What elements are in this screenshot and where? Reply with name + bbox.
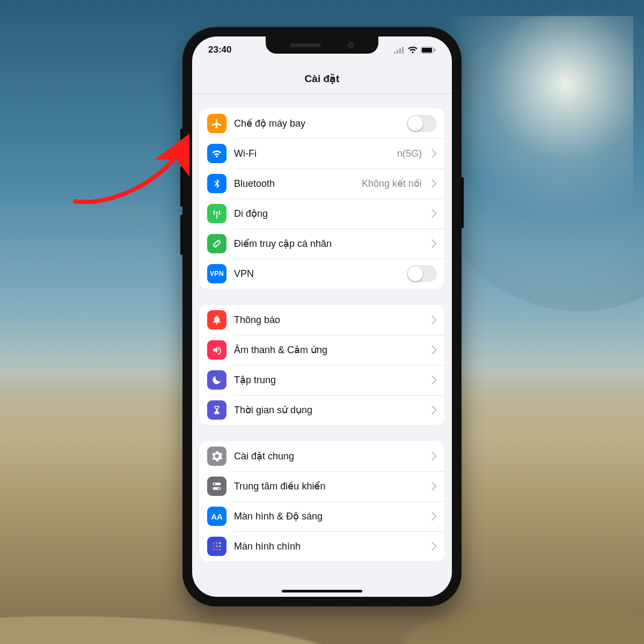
power-button[interactable] xyxy=(461,177,464,228)
row-label: Thời gian sử dụng xyxy=(234,404,424,416)
airplane-icon xyxy=(207,114,226,133)
chevron-right-icon xyxy=(431,239,437,248)
notch xyxy=(266,36,378,54)
settings-list[interactable]: Chế độ máy bayWi-Fin(5G)BluetoothKhông k… xyxy=(192,94,452,577)
settings-row-sounds[interactable]: Âm thanh & Cảm ứng xyxy=(200,335,444,365)
settings-row-control[interactable]: Trung tâm điều khiển xyxy=(200,471,444,501)
gear-icon xyxy=(207,447,226,466)
airplane-toggle[interactable] xyxy=(407,115,437,132)
chevron-right-icon xyxy=(431,346,437,354)
volume-down-button[interactable] xyxy=(180,215,183,255)
svg-rect-0 xyxy=(394,52,396,54)
vpn-icon: VPN xyxy=(207,264,226,283)
battery-status-icon xyxy=(421,47,436,54)
svg-rect-11 xyxy=(213,543,215,544)
row-label: Điểm truy cập cá nhân xyxy=(234,238,424,250)
chevron-right-icon xyxy=(431,149,437,158)
settings-row-screentime[interactable]: Thời gian sử dụng xyxy=(200,395,444,425)
settings-row-cellular[interactable]: Di động xyxy=(200,199,444,229)
hourglass-icon xyxy=(207,400,226,420)
bluetooth-icon xyxy=(207,174,226,193)
settings-row-focus[interactable]: Tập trung xyxy=(200,365,444,395)
row-detail: Không kết nối xyxy=(362,178,422,189)
status-time: 23:40 xyxy=(208,45,231,55)
bell-icon xyxy=(207,310,226,330)
svg-rect-13 xyxy=(219,543,221,544)
svg-rect-18 xyxy=(216,548,217,550)
row-label: Âm thanh & Cảm ứng xyxy=(234,344,424,356)
svg-point-10 xyxy=(218,488,220,489)
svg-point-8 xyxy=(214,483,215,485)
row-label: Màn hình & Độ sáng xyxy=(234,510,424,522)
chevron-right-icon xyxy=(431,376,437,384)
home-indicator[interactable] xyxy=(282,590,362,592)
svg-rect-3 xyxy=(402,47,404,54)
row-label: Trung tâm điều khiển xyxy=(234,480,424,492)
grid-icon xyxy=(207,537,226,556)
settings-group: Chế độ máy bayWi-Fin(5G)BluetoothKhông k… xyxy=(200,108,444,289)
status-right xyxy=(394,47,436,54)
row-label: Màn hình chính xyxy=(234,541,424,552)
chevron-right-icon xyxy=(431,406,437,414)
chevron-right-icon xyxy=(431,512,437,521)
row-label: Bluetooth xyxy=(234,178,354,189)
silence-switch[interactable] xyxy=(180,129,183,150)
row-label: Cài đặt chung xyxy=(234,450,424,462)
svg-rect-14 xyxy=(213,545,215,547)
row-label: VPN xyxy=(234,268,399,280)
settings-group: Cài đặt chungTrung tâm điều khiểnAAMàn h… xyxy=(200,441,444,561)
volume-up-button[interactable] xyxy=(180,166,183,207)
front-camera xyxy=(348,42,354,48)
row-label: Chế độ máy bay xyxy=(234,118,399,129)
row-label: Thông báo xyxy=(234,314,424,326)
svg-rect-15 xyxy=(216,545,217,547)
row-label: Tập trung xyxy=(234,374,424,386)
chevron-right-icon xyxy=(431,316,437,324)
aa-icon: AA xyxy=(207,507,226,526)
nav-title-bar: Cài đặt xyxy=(192,63,452,94)
vpn-toggle[interactable] xyxy=(407,265,437,282)
switches-icon xyxy=(207,477,226,496)
wallpaper-scene: 23:40 Cài đặt Chế độ máy bayWi-Fin(5G)Bl… xyxy=(0,0,644,644)
speaker xyxy=(290,43,321,47)
chevron-right-icon xyxy=(431,542,437,551)
antenna-icon xyxy=(207,204,226,223)
page-title: Cài đặt xyxy=(305,72,340,85)
planet-silhouette xyxy=(429,11,644,311)
chevron-right-icon xyxy=(431,452,437,460)
chevron-right-icon xyxy=(431,482,437,491)
svg-rect-17 xyxy=(213,548,215,550)
svg-rect-16 xyxy=(219,545,221,547)
svg-rect-1 xyxy=(397,50,398,54)
settings-row-airplane[interactable]: Chế độ máy bay xyxy=(200,108,444,138)
speaker-icon xyxy=(207,340,226,360)
settings-row-vpn[interactable]: VPNVPN xyxy=(200,259,444,289)
settings-row-bluetooth[interactable]: BluetoothKhông kết nối xyxy=(200,169,444,199)
link-icon xyxy=(207,234,226,253)
cellular-signal-icon xyxy=(394,47,405,54)
wifi-status-icon xyxy=(408,47,418,54)
settings-row-hotspot[interactable]: Điểm truy cập cá nhân xyxy=(200,229,444,259)
row-label: Di động xyxy=(234,208,424,219)
settings-row-home[interactable]: Màn hình chính xyxy=(200,531,444,561)
svg-rect-5 xyxy=(422,48,432,53)
svg-rect-6 xyxy=(434,49,435,52)
settings-row-notifications[interactable]: Thông báo xyxy=(200,305,444,335)
settings-group: Thông báoÂm thanh & Cảm ứngTập trungThời… xyxy=(200,305,444,425)
row-label: Wi-Fi xyxy=(234,148,390,159)
svg-rect-2 xyxy=(399,48,401,54)
svg-rect-19 xyxy=(219,548,221,550)
phone-screen: 23:40 Cài đặt Chế độ máy bayWi-Fin(5G)Bl… xyxy=(192,36,452,597)
phone-frame: 23:40 Cài đặt Chế độ máy bayWi-Fin(5G)Bl… xyxy=(182,27,462,606)
wifi-icon xyxy=(207,144,226,163)
settings-row-wifi[interactable]: Wi-Fin(5G) xyxy=(200,138,444,169)
svg-rect-12 xyxy=(216,543,217,544)
moon-icon xyxy=(207,370,226,390)
row-detail: n(5G) xyxy=(397,148,422,159)
settings-row-display[interactable]: AAMàn hình & Độ sáng xyxy=(200,501,444,531)
settings-row-general[interactable]: Cài đặt chung xyxy=(200,441,444,471)
chevron-right-icon xyxy=(431,209,437,218)
chevron-right-icon xyxy=(431,179,437,188)
